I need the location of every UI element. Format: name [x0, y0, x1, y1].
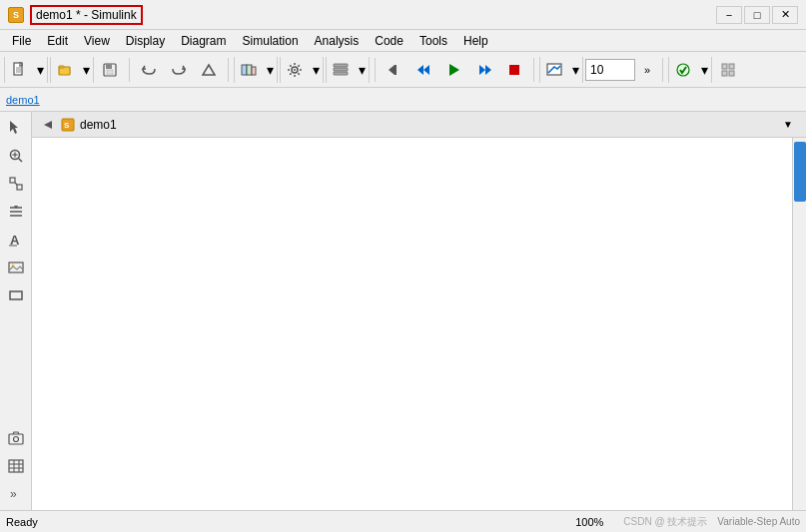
svg-point-50: [13, 437, 18, 442]
check-dropdown-button[interactable]: ▾: [697, 57, 711, 83]
step-forward-button[interactable]: [470, 57, 498, 83]
table-icon[interactable]: [4, 454, 28, 478]
step-back-button[interactable]: [381, 57, 408, 83]
separator-1: [129, 58, 130, 82]
svg-rect-16: [334, 68, 348, 71]
scope-button[interactable]: [540, 57, 568, 83]
settings-dropdown-button[interactable]: ▾: [309, 57, 323, 83]
text-tool-icon[interactable]: A: [4, 228, 28, 252]
run-button[interactable]: [440, 57, 468, 83]
svg-rect-11: [247, 65, 252, 75]
scrollbar-thumb[interactable]: [794, 142, 806, 202]
library-toolbar-group: ▾: [234, 57, 278, 83]
toolbar: ▾ ▾ ▾ ▾ ▾: [0, 52, 806, 88]
svg-rect-29: [729, 64, 734, 69]
separator-5: [662, 58, 663, 82]
separator-3: [375, 58, 376, 82]
menu-help[interactable]: Help: [455, 32, 496, 50]
svg-rect-37: [10, 178, 15, 183]
more-toolbar-button[interactable]: »: [637, 57, 657, 83]
close-button[interactable]: ✕: [772, 6, 798, 24]
svg-point-14: [294, 69, 296, 71]
svg-marker-20: [417, 65, 423, 75]
menu-display[interactable]: Display: [118, 32, 173, 50]
canvas-area[interactable]: [32, 138, 806, 510]
nav-back-icon[interactable]: [40, 117, 56, 133]
menu-code[interactable]: Code: [367, 32, 411, 50]
svg-marker-57: [44, 121, 52, 129]
menu-file[interactable]: File: [4, 32, 39, 50]
menu-edit[interactable]: Edit: [39, 32, 76, 50]
step-backward-button[interactable]: [410, 57, 438, 83]
open-dropdown-button[interactable]: ▾: [79, 57, 93, 83]
camera-icon[interactable]: [4, 426, 28, 450]
scope-toolbar-group: ▾: [539, 57, 583, 83]
status-solver-text: Variable-Step Auto: [717, 516, 800, 527]
app-icon: S: [8, 7, 24, 23]
up-button[interactable]: [195, 57, 223, 83]
zoom-in-icon[interactable]: [4, 144, 28, 168]
library-dropdown-button[interactable]: ▾: [263, 57, 277, 83]
data-dropdown-button[interactable]: ▾: [355, 57, 369, 83]
minimize-button[interactable]: −: [716, 6, 742, 24]
rect-tool-icon[interactable]: [4, 283, 28, 307]
open-button[interactable]: [51, 57, 79, 83]
menu-tools[interactable]: Tools: [411, 32, 455, 50]
svg-rect-17: [334, 72, 348, 75]
menu-analysis[interactable]: Analysis: [307, 32, 368, 50]
separator-4: [533, 58, 534, 82]
title-bar: S demo1 * - Simulink − □ ✕: [0, 0, 806, 30]
svg-rect-19: [395, 65, 397, 75]
main-area: A » S: [0, 112, 806, 510]
svg-rect-49: [9, 434, 23, 444]
svg-line-34: [18, 159, 22, 163]
vertical-scrollbar[interactable]: [792, 138, 806, 510]
status-ready-text: Ready: [6, 516, 575, 528]
model-nav-demo1[interactable]: demo1: [80, 118, 117, 132]
undo-button[interactable]: [135, 57, 163, 83]
svg-rect-26: [547, 64, 561, 75]
redo-button[interactable]: [165, 57, 193, 83]
svg-rect-51: [9, 460, 23, 472]
settings-toolbar-group: ▾: [280, 57, 324, 83]
nav-dropdown-icon[interactable]: ▼: [778, 115, 798, 135]
select-tool-icon[interactable]: [4, 116, 28, 140]
save-button[interactable]: [96, 57, 124, 83]
new-dropdown-button[interactable]: ▾: [33, 57, 47, 83]
image-tool-icon[interactable]: [4, 256, 28, 279]
svg-rect-5: [59, 66, 64, 68]
svg-rect-8: [107, 70, 113, 75]
data-toolbar-group: ▾: [326, 57, 370, 83]
new-button[interactable]: [5, 57, 33, 83]
svg-rect-30: [722, 71, 727, 76]
left-sidebar: A »: [0, 112, 32, 510]
breadcrumb-bar: demo1: [0, 88, 806, 112]
fit-view-icon[interactable]: [4, 172, 28, 196]
data-button[interactable]: [327, 57, 355, 83]
stop-button[interactable]: [500, 57, 528, 83]
svg-marker-9: [203, 65, 215, 75]
settings-button[interactable]: [281, 57, 309, 83]
status-zoom-text: 100%: [575, 516, 603, 528]
list-icon[interactable]: [4, 200, 28, 224]
menu-diagram[interactable]: Diagram: [173, 32, 234, 50]
separator-2: [228, 58, 229, 82]
status-bar: Ready 100% CSDN @ 技术提示 Variable-Step Aut…: [0, 510, 806, 532]
window-title: demo1 * - Simulink: [30, 8, 716, 22]
svg-rect-25: [509, 65, 519, 75]
menu-simulation[interactable]: Simulation: [235, 32, 307, 50]
svg-rect-38: [17, 185, 22, 190]
maximize-button[interactable]: □: [744, 6, 770, 24]
svg-text:S: S: [64, 121, 70, 130]
grid-button[interactable]: [714, 57, 742, 83]
menu-bar: File Edit View Display Diagram Simulatio…: [0, 30, 806, 52]
menu-view[interactable]: View: [76, 32, 118, 50]
check-button[interactable]: [669, 57, 697, 83]
svg-rect-15: [334, 64, 348, 67]
stop-time-input[interactable]: 10: [585, 59, 635, 81]
expand-sidebar-icon[interactable]: »: [4, 482, 28, 506]
svg-rect-10: [242, 65, 247, 75]
scope-dropdown-button[interactable]: ▾: [568, 57, 582, 83]
breadcrumb-item-demo1[interactable]: demo1: [6, 94, 40, 106]
library-button[interactable]: [235, 57, 263, 83]
